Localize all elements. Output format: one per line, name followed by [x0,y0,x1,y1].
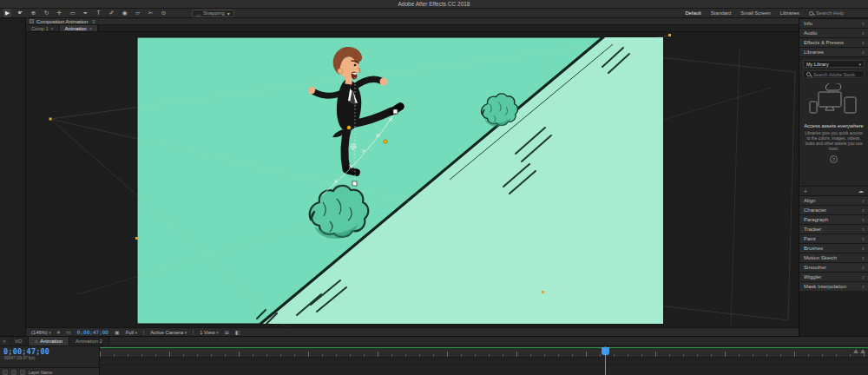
path-handle[interactable] [393,109,398,114]
path-handle[interactable] [352,181,357,186]
close-icon[interactable]: × [51,26,54,31]
help-button[interactable]: ? [830,155,838,163]
view-layout-select[interactable]: 1 View ▾ [200,330,218,335]
stock-search[interactable] [803,70,865,78]
close-icon[interactable]: × [89,26,92,31]
workspace-default[interactable]: Default [685,10,700,16]
mask-visibility-icon[interactable]: ▭ [66,329,71,335]
panel-wiggler[interactable]: Wiggler≡ [799,272,868,281]
workspace-small-screen[interactable]: Small Screen [740,10,770,16]
tab-animation[interactable]: Animation × [60,25,98,31]
panel-grip-icon: ≡ [862,199,865,203]
current-time-field[interactable]: 0;00;47;00 [0,346,99,356]
puppet-pin[interactable] [347,126,351,129]
puppet-pin-tool-icon[interactable]: ⊙ [160,9,168,17]
timeline-graph-area[interactable] [100,358,868,375]
timeline-tab-vo[interactable]: VO [9,337,29,345]
pan-behind-tool-icon[interactable]: ✛ [56,9,63,17]
panel-motion-sketch[interactable]: Motion Sketch≡ [799,253,868,262]
timeline-tab-animation-2[interactable]: Animation 2 [69,337,109,345]
timeline-zoom-icons[interactable] [853,349,865,353]
timeline-track-area[interactable] [100,346,868,375]
composition-panel: Composition Animation ≡ Comp 1 × Animati… [26,18,799,336]
timeline-tab-animation[interactable]: ≡ Animation [29,337,69,345]
panel-info[interactable]: Info ≡ [799,18,868,28]
magnification-select[interactable]: (146%) ▾ [31,330,51,335]
timeline-column-headers: Layer Name [0,367,99,375]
playhead-line[interactable] [605,346,606,375]
timeline-tab-animation-label: Animation [40,339,62,344]
orbit-camera-tool-icon[interactable]: ↻ [43,9,50,17]
snapshot-camera-icon[interactable]: ▣ [115,329,120,335]
app-title: Adobe After Effects CC 2018 [398,1,470,7]
layer-name-column-header[interactable]: Layer Name [29,370,52,375]
time-ruler[interactable] [100,346,868,358]
snapping-toggle[interactable]: ◡ Snapping ▾ [192,10,234,17]
viewer-area[interactable] [26,32,799,327]
panel-effects-presets[interactable]: Effects & Presets ≡ [799,37,868,47]
fast-previews-icon[interactable]: ◧ [235,329,240,335]
panel-grip-icon: ≡ [862,31,865,36]
zoom-tool-icon[interactable]: ⊕ [30,9,37,17]
composition-viewer[interactable] [26,32,799,327]
resolution-select[interactable]: Full ▾ [126,330,137,335]
clone-stamp-tool-icon[interactable]: ◉ [121,9,128,17]
library-dropdown[interactable]: My Library ▾ [803,60,865,68]
add-library-item-button[interactable]: + [804,188,807,194]
pen-tool-icon[interactable]: ✒ [82,9,89,17]
panel-libraries-label: Libraries [804,49,824,55]
panel-audio[interactable]: Audio ≡ [799,28,868,37]
tool-strip: ▶ ☛ ⊕ ↻ ✛ ▭ ✒ T ✐ ◉ ▱ ✂ ⊙ [0,9,168,17]
panel-tracker[interactable]: Tracker≡ [799,224,868,234]
panel-brushes-label: Brushes [804,246,823,251]
panel-paragraph[interactable]: Paragraph≡ [799,214,868,224]
chevron-down-icon: ▾ [185,330,187,335]
lock-toggle-icon[interactable] [20,370,25,375]
panel-smoother[interactable]: Smoother≡ [799,262,868,272]
viewer-tabs: Comp 1 × Animation × [26,25,799,32]
panel-brushes[interactable]: Brushes≡ [799,243,868,253]
help-search[interactable] [809,10,861,16]
panel-grip-icon: ≡ [862,247,865,251]
audio-toggle-icon[interactable] [11,370,16,375]
puppet-pin[interactable] [384,140,387,143]
panel-paint-label: Paint [804,236,816,241]
roto-brush-tool-icon[interactable]: ✂ [147,9,155,17]
shape-tool-icon[interactable]: ▭ [69,9,76,17]
panel-menu-icon[interactable]: ≡ [92,19,95,24]
composition-canvas[interactable] [137,36,663,325]
panel-libraries[interactable]: Libraries ≡ [799,47,868,56]
workspace-standard[interactable]: Standard [711,10,732,16]
help-search-input[interactable] [816,10,861,16]
type-tool-icon[interactable]: T [95,9,102,17]
character-eye [354,64,357,67]
chevron-down-icon: ▾ [49,330,51,335]
hand-tool-icon[interactable]: ☛ [16,9,24,17]
panel-character[interactable]: Character≡ [799,205,868,214]
tab-comp-1[interactable]: Comp 1 × [26,25,60,31]
libraries-panel-content: My Library ▾ Access assets everywhere Li… [799,56,868,195]
panel-character-label: Character [804,207,826,213]
panel-paint[interactable]: Paint≡ [799,234,868,243]
panel-align[interactable]: Align≡ [799,195,868,205]
panel-tracker-label: Tracker [804,227,821,232]
chevron-down-icon: ▾ [135,330,138,335]
video-toggle-icon[interactable] [3,370,8,375]
grid-guides-icon[interactable]: # [57,330,60,335]
pixel-aspect-icon[interactable]: ⊞ [225,329,229,335]
camera-view-select[interactable]: Active Camera ▾ [150,330,187,335]
sync-cloud-icon[interactable]: ☁ [858,188,865,194]
footer-timecode[interactable]: 0;00;47;00 [77,329,108,335]
brush-tool-icon[interactable]: ✐ [108,9,115,17]
composition-panel-header[interactable]: Composition Animation ≡ [26,18,799,25]
workspace-libraries[interactable]: Libraries [780,10,799,16]
panel-mask-interpolation[interactable]: Mask Interpolation≡ [799,281,868,291]
selection-tool-icon[interactable]: ▶ [3,9,11,17]
stock-search-input[interactable] [813,72,864,77]
panel-icon [30,19,34,23]
character-front-hand [380,78,388,86]
panel-grip-icon: ≡ [862,22,865,26]
panel-wiggler-label: Wiggler [804,274,821,280]
close-icon[interactable]: × [0,337,9,345]
eraser-tool-icon[interactable]: ▱ [134,9,141,17]
